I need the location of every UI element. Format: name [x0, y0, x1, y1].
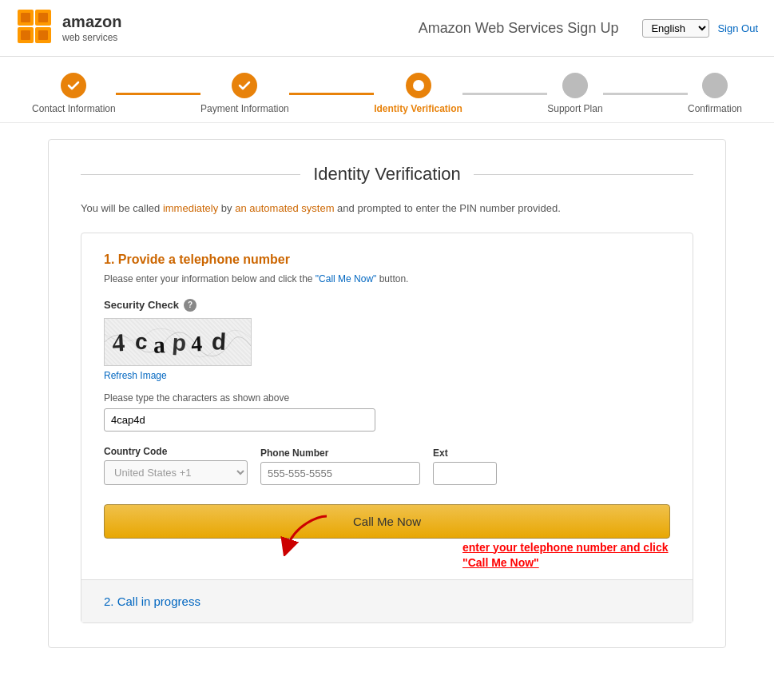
header-title: Amazon Web Services Sign Up — [419, 20, 619, 37]
captcha-instruction: Please type the characters as shown abov… — [104, 392, 670, 404]
form-box: 1. Provide a telephone number Please ent… — [81, 233, 693, 623]
highlight-immediately: immediately — [163, 202, 218, 214]
step-circle-contact — [61, 73, 86, 98]
phone-number-label: Phone Number — [260, 447, 420, 459]
svg-rect-7 — [38, 30, 48, 40]
step-circle-identity — [406, 73, 431, 98]
captcha-noise — [105, 319, 251, 365]
captcha-image: 4 c a p 4 d — [104, 318, 252, 366]
refresh-link[interactable]: Refresh Image — [104, 370, 167, 381]
step-label-identity: Identity Verification — [374, 103, 462, 114]
step-identity: Identity Verification — [374, 73, 462, 114]
step-label-payment: Payment Information — [200, 103, 289, 114]
title-line-left — [81, 174, 300, 175]
help-icon[interactable]: ? — [184, 299, 196, 312]
info-text: You will be called immediately by an aut… — [81, 201, 693, 217]
step-circle-payment — [232, 73, 257, 98]
captcha-input[interactable] — [104, 408, 375, 432]
highlight-automated: an automated system — [235, 202, 334, 214]
arrow-icon — [279, 508, 343, 556]
header-right: Amazon Web Services Sign Up English Fran… — [419, 19, 758, 38]
connector-1 — [116, 93, 200, 95]
step-contact: Contact Information — [32, 73, 116, 114]
language-select[interactable]: English Français Deutsch — [642, 19, 709, 38]
step-circle-confirmation — [702, 73, 728, 98]
step-label-confirmation: Confirmation — [688, 103, 742, 114]
logo-webservices: web services — [62, 32, 121, 45]
country-code-label: Country Code — [104, 446, 248, 457]
section-title: Identity Verification — [300, 164, 474, 185]
annotation-container: enter your telephone number and click "C… — [104, 540, 670, 571]
connector-3 — [462, 93, 547, 95]
annotation-text: enter your telephone number and click "C… — [462, 540, 670, 571]
call-btn-area: Call Me Now enter your telephone number … — [104, 504, 670, 571]
amazon-logo-icon — [16, 8, 56, 48]
ext-input[interactable] — [433, 462, 497, 485]
sign-out-link[interactable]: Sign Out — [717, 22, 758, 34]
form-subtext: Please enter your information below and … — [104, 273, 670, 284]
ext-field: Ext — [433, 447, 497, 485]
step-confirmation: Confirmation — [688, 73, 742, 114]
logo-area: amazon web services — [16, 8, 121, 48]
logo-amazon: amazon — [62, 11, 121, 32]
connector-2 — [289, 93, 374, 95]
call-progress-section: 2. Call in progress — [81, 579, 693, 622]
security-check-label: Security Check ? — [104, 299, 670, 312]
title-line-right — [474, 174, 693, 175]
step-circle-support — [562, 73, 588, 98]
step-payment: Payment Information — [200, 73, 289, 114]
header: amazon web services Amazon Web Services … — [0, 0, 774, 57]
section-title-area: Identity Verification — [81, 164, 693, 185]
step-support: Support Plan — [547, 73, 602, 114]
country-code-select[interactable]: United States +1 — [104, 460, 248, 485]
phone-row: Country Code United States +1 Phone Numb… — [104, 446, 670, 485]
ext-label: Ext — [433, 447, 497, 459]
country-code-field: Country Code United States +1 — [104, 446, 248, 485]
step-label-support: Support Plan — [547, 103, 602, 114]
form-heading: 1. Provide a telephone number — [104, 253, 670, 267]
steps-container: Contact Information Payment Information … — [0, 57, 774, 123]
phone-number-input[interactable] — [260, 462, 420, 485]
main-content: Identity Verification You will be called… — [0, 123, 774, 664]
svg-rect-5 — [38, 13, 48, 22]
svg-rect-4 — [21, 13, 30, 22]
call-me-now-ref: "Call Me Now" — [316, 273, 377, 284]
call-progress-title: 2. Call in progress — [104, 595, 200, 608]
svg-rect-6 — [21, 30, 30, 40]
connector-4 — [603, 93, 688, 95]
step-label-contact: Contact Information — [32, 103, 116, 114]
call-me-now-button[interactable]: Call Me Now — [104, 504, 670, 539]
phone-number-field: Phone Number — [260, 447, 420, 485]
logo-text: amazon web services — [62, 11, 121, 45]
security-check-text: Security Check — [104, 299, 179, 311]
section-box: Identity Verification You will be called… — [48, 139, 726, 648]
progress-steps: Contact Information Payment Information … — [32, 73, 742, 114]
